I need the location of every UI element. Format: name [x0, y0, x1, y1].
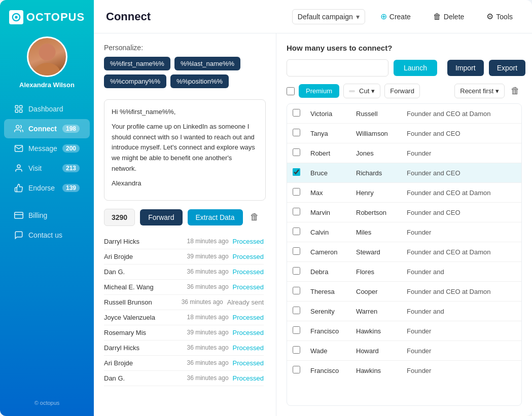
create-label: Create [389, 13, 411, 21]
row-checkbox[interactable] [293, 188, 300, 196]
row-checkbox-cell[interactable] [287, 104, 305, 124]
log-status: Processed [233, 253, 264, 260]
row-checkbox[interactable] [293, 129, 300, 136]
log-status: Processed [233, 359, 264, 367]
row-checkbox[interactable] [293, 366, 300, 373]
export-button[interactable]: Export [489, 60, 525, 76]
user-last-name: Jones [351, 143, 402, 163]
table-row: Robert Jones Founder [287, 143, 521, 163]
row-checkbox-cell[interactable] [287, 301, 305, 321]
log-item: Ari Brojde 36 minutes ago Processed [104, 356, 264, 371]
message-badge: 200 [62, 144, 80, 153]
log-status: Processed [233, 238, 264, 245]
row-checkbox-cell[interactable] [287, 321, 305, 341]
forward-filter-button[interactable]: Forward [384, 84, 420, 98]
row-checkbox[interactable] [293, 287, 300, 294]
row-checkbox-cell[interactable] [287, 282, 305, 301]
premium-filter-button[interactable]: Premium [299, 84, 339, 98]
user-first-name: Calvin [305, 222, 351, 242]
sidebar-item-contact[interactable]: Contact us [4, 225, 90, 245]
select-all-checkbox[interactable] [287, 87, 295, 95]
launch-button[interactable]: Launch [394, 60, 437, 76]
log-time: 18 minutes ago [187, 314, 229, 321]
message-box[interactable]: Hi %%first_name%%, Your profile came up … [104, 99, 266, 201]
delete-button[interactable]: 🗑 Delete [426, 9, 471, 25]
sidebar-item-label-visit: Visit [28, 164, 42, 172]
tag-first-name[interactable]: %%first_name%% [104, 57, 170, 70]
logo-text: OCTOPUS [26, 11, 85, 24]
table-row: Debra Flores Founder and [287, 262, 521, 282]
users-table-wrap: Victoria Russell Founder and CEO at Damo… [287, 103, 522, 406]
row-checkbox-cell[interactable] [287, 341, 305, 361]
svg-point-9 [16, 125, 19, 128]
forward-button[interactable]: Forward [140, 209, 182, 225]
chevron-down-icon: ▾ [356, 13, 360, 21]
sidebar-item-endorse[interactable]: Endorse 139 [4, 178, 90, 198]
sidebar-item-dashboard[interactable]: Dashboard [4, 99, 90, 119]
user-last-name: Steward [351, 242, 402, 262]
row-checkbox-cell[interactable] [287, 222, 305, 242]
row-checkbox-cell[interactable] [287, 163, 305, 183]
row-checkbox[interactable] [293, 346, 300, 354]
visit-icon [14, 164, 23, 173]
cut-filter-button[interactable]: Cut ▾ [343, 84, 380, 98]
sidebar-item-message[interactable]: Message 200 [4, 139, 90, 158]
table-row: Bruce Richards Founder and CEO [287, 163, 521, 183]
row-checkbox-cell[interactable] [287, 183, 305, 203]
row-checkbox-cell[interactable] [287, 124, 305, 143]
log-time: 36 minutes ago [187, 283, 229, 290]
user-last-name: Cooper [351, 282, 402, 301]
log-time: 36 minutes ago [187, 268, 229, 275]
nav-list: Dashboard Connect 198 Message 200 Visit … [0, 99, 94, 245]
log-time: 18 minutes ago [187, 238, 229, 245]
sidebar: OCTOPUS Alexandra Wilson Dashboard Conne… [0, 0, 94, 416]
row-checkbox[interactable] [293, 267, 300, 275]
user-last-name: Richards [351, 163, 402, 183]
sidebar-item-label-connect: Connect [28, 125, 57, 133]
import-button[interactable]: Import [447, 60, 484, 76]
sidebar-item-label-endorse: Endorse [28, 184, 55, 192]
log-name: Dan G. [104, 268, 183, 276]
contact-icon [14, 231, 23, 240]
row-checkbox-cell[interactable] [287, 143, 305, 163]
campaign-selector[interactable]: Default campaign ▾ [292, 9, 365, 24]
tag-position[interactable]: %%position%% [170, 74, 229, 88]
user-first-name: Serenity [305, 301, 351, 321]
endorse-badge: 139 [62, 184, 80, 192]
row-checkbox[interactable] [293, 148, 300, 156]
cut-chevron-icon: ▾ [371, 87, 375, 95]
row-checkbox[interactable] [293, 208, 300, 215]
row-checkbox-cell[interactable] [287, 203, 305, 222]
log-item: Dan G. 36 minutes ago Processed [104, 371, 264, 386]
row-checkbox[interactable] [293, 168, 300, 176]
log-name: Joyce Valenzuela [104, 314, 183, 321]
message-greeting: Hi %%first_name%%, [112, 107, 258, 118]
row-checkbox[interactable] [293, 109, 300, 117]
recent-sort-button[interactable]: Recent first ▾ [454, 84, 505, 98]
user-last-name: Williamson [351, 124, 402, 143]
row-checkbox-cell[interactable] [287, 361, 305, 381]
row-checkbox-cell[interactable] [287, 262, 305, 282]
extract-button[interactable]: Extract Data [188, 209, 243, 225]
row-checkbox-cell[interactable] [287, 242, 305, 262]
delete-filter-button[interactable]: 🗑 [509, 84, 522, 98]
premium-label: Premium [306, 87, 332, 95]
tag-company[interactable]: %%company%% [104, 74, 166, 88]
create-button[interactable]: ⊕ Create [373, 8, 418, 25]
user-first-name: Robert [305, 143, 351, 163]
row-checkbox[interactable] [293, 307, 300, 314]
table-row: Wade Howard Founder [287, 341, 521, 361]
user-first-name: Marvin [305, 203, 351, 222]
tools-button[interactable]: ⚙ Tools [479, 8, 520, 25]
row-checkbox[interactable] [293, 326, 300, 334]
delete-log-button[interactable]: 🗑 [248, 210, 261, 224]
sidebar-item-visit[interactable]: Visit 213 [4, 159, 90, 178]
log-name: Darryl Hicks [104, 238, 183, 245]
row-checkbox[interactable] [293, 247, 300, 255]
sidebar-item-connect[interactable]: Connect 198 [4, 119, 90, 138]
sidebar-item-billing[interactable]: Billing [4, 206, 90, 225]
tag-last-name[interactable]: %%last_name%% [174, 57, 240, 70]
row-checkbox[interactable] [293, 228, 300, 235]
user-count-input[interactable] [287, 59, 388, 77]
right-panel: How many users to connect? Launch Import… [276, 33, 532, 416]
